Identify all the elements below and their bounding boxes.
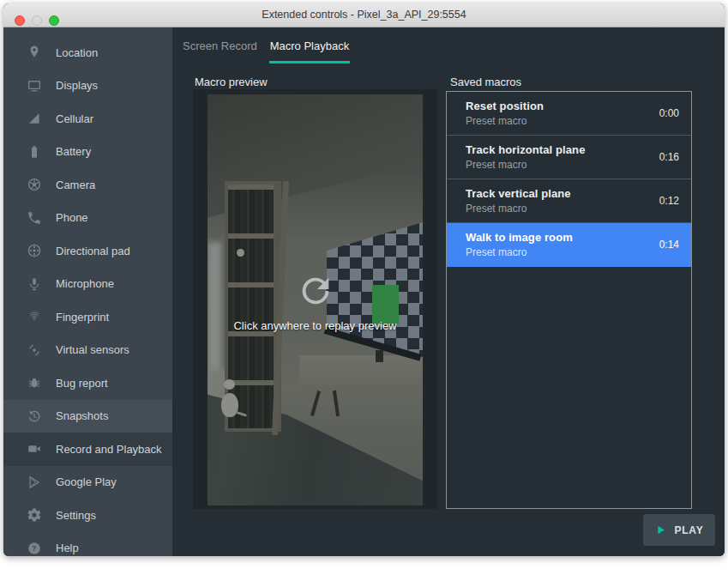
dpad-icon [27, 243, 42, 258]
minimize-button[interactable] [32, 15, 42, 26]
close-button[interactable] [15, 15, 25, 26]
window-title: Extended controls - Pixel_3a_API_29:5554 [3, 3, 725, 27]
sidebar-item-snapshots[interactable]: Snapshots [3, 400, 172, 433]
macro-preview-video[interactable] [208, 94, 423, 505]
saved-macros-list: Reset positionPreset macro0:00Track hori… [446, 91, 692, 509]
macro-title: Reset position [466, 100, 659, 112]
macro-row-reset-position[interactable]: Reset positionPreset macro0:00 [447, 92, 691, 136]
macro-row-track-horizontal-plane[interactable]: Track horizontal planePreset macro0:16 [447, 136, 691, 179]
help-icon: ? [27, 541, 42, 556]
sidebar-item-label: Battery [56, 145, 91, 158]
sidebar-item-directional-pad[interactable]: Directional pad [3, 234, 172, 268]
sidebar-item-label: Settings [56, 509, 96, 522]
zoom-button[interactable] [49, 15, 59, 26]
sidebar-item-help[interactable]: ?Help [3, 532, 172, 557]
active-tab-indicator [269, 61, 350, 64]
scene-dim-overlay [208, 94, 423, 505]
saved-macros-label: Saved macros [450, 76, 521, 88]
macro-title: Track vertical plane [466, 187, 659, 200]
sidebar-item-label: Directional pad [56, 245, 130, 257]
tab-label: Screen Record [183, 39, 257, 52]
sidebar: LocationDisplaysCellularBatteryCameraPho… [3, 27, 172, 556]
fingerprint-icon [27, 309, 42, 324]
macro-duration: 0:14 [659, 239, 681, 251]
sidebar-item-label: Cellular [56, 112, 93, 125]
sidebar-item-record-and-playback[interactable]: Record and Playback [3, 433, 172, 466]
macro-row-track-vertical-plane[interactable]: Track vertical planePreset macro0:12 [447, 179, 691, 223]
sidebar-item-label: Bug report [56, 377, 108, 390]
sidebar-item-displays[interactable]: Displays [3, 70, 172, 103]
sidebar-item-battery[interactable]: Battery [3, 136, 172, 169]
sidebar-item-bug-report[interactable]: Bug report [3, 366, 172, 400]
macro-row-walk-to-image-room[interactable]: Walk to image roomPreset macro0:14 [447, 223, 691, 267]
titlebar: Extended controls - Pixel_3a_API_29:5554 [3, 3, 725, 27]
sidebar-item-settings[interactable]: Settings [3, 499, 172, 532]
sidebar-item-fingerprint[interactable]: Fingerprint [3, 300, 172, 334]
app-body: LocationDisplaysCellularBatteryCameraPho… [3, 27, 725, 556]
location-pin-icon [27, 45, 42, 60]
virtual-sensors-icon [27, 342, 42, 358]
sidebar-item-google-play[interactable]: Google Play [3, 466, 172, 499]
play-icon [654, 524, 667, 536]
bug-icon [27, 375, 42, 390]
tab-label: Macro Playback [270, 39, 349, 52]
macro-subtitle: Preset macro [466, 246, 659, 258]
sidebar-item-label: Google Play [56, 475, 117, 488]
macro-info: Track vertical planePreset macro [466, 187, 659, 215]
phone-icon [27, 210, 42, 226]
camera-shutter-icon [27, 177, 42, 192]
gear-icon [27, 507, 42, 523]
play-button-label: PLAY [674, 524, 703, 536]
tab-bar: Screen Record Macro Playback [182, 27, 350, 64]
sidebar-item-cellular[interactable]: Cellular [3, 102, 172, 136]
macro-title: Track horizontal plane [466, 143, 659, 156]
macro-info: Reset positionPreset macro [466, 100, 659, 127]
sidebar-item-label: Record and Playback [56, 443, 162, 456]
macro-title: Walk to image room [466, 231, 659, 244]
macro-duration: 0:00 [659, 107, 681, 119]
macro-subtitle: Preset macro [466, 203, 659, 215]
google-play-icon [27, 475, 42, 490]
extended-controls-window: Extended controls - Pixel_3a_API_29:5554… [3, 3, 725, 556]
macro-info: Track horizontal planePreset macro [466, 143, 659, 171]
svg-text:?: ? [32, 544, 36, 553]
macro-preview-panel: Click anywhere to replay preview [193, 89, 437, 509]
macro-subtitle: Preset macro [466, 159, 659, 171]
sidebar-item-label: Displays [56, 79, 98, 92]
main-content: Screen Record Macro Playback Macro previ… [172, 27, 725, 556]
macro-duration: 0:16 [659, 151, 681, 163]
traffic-lights [15, 15, 59, 26]
snapshots-history-icon [27, 409, 42, 424]
sidebar-item-camera[interactable]: Camera [3, 168, 172, 202]
sidebar-item-label: Microphone [56, 277, 114, 290]
sidebar-item-label: Fingerprint [56, 311, 109, 324]
desktop: Extended controls - Pixel_3a_API_29:5554… [0, 0, 728, 575]
sidebar-item-location[interactable]: Location [3, 36, 172, 70]
sidebar-item-label: Virtual sensors [56, 343, 129, 356]
cellular-signal-icon [27, 111, 42, 126]
microphone-icon [27, 276, 42, 292]
macro-subtitle: Preset macro [466, 115, 659, 127]
macro-info: Walk to image roomPreset macro [466, 231, 659, 258]
play-button[interactable]: PLAY [643, 514, 715, 546]
sidebar-item-microphone[interactable]: Microphone [3, 268, 172, 301]
sidebar-item-label: Location [56, 46, 98, 59]
sidebar-item-label: Phone [56, 211, 88, 224]
videocam-icon [27, 441, 42, 457]
macro-duration: 0:12 [659, 195, 681, 207]
tab-screen-record[interactable]: Screen Record [182, 27, 258, 64]
sidebar-item-label: Camera [56, 179, 95, 191]
sidebar-item-phone[interactable]: Phone [3, 202, 172, 235]
macro-preview-label: Macro preview [195, 76, 268, 88]
battery-icon [27, 144, 42, 160]
sidebar-item-virtual-sensors[interactable]: Virtual sensors [3, 334, 172, 367]
sidebar-item-label: Snapshots [56, 409, 108, 422]
sidebar-item-label: Help [56, 542, 79, 554]
display-icon [27, 78, 42, 94]
tab-macro-playback[interactable]: Macro Playback [269, 27, 350, 64]
